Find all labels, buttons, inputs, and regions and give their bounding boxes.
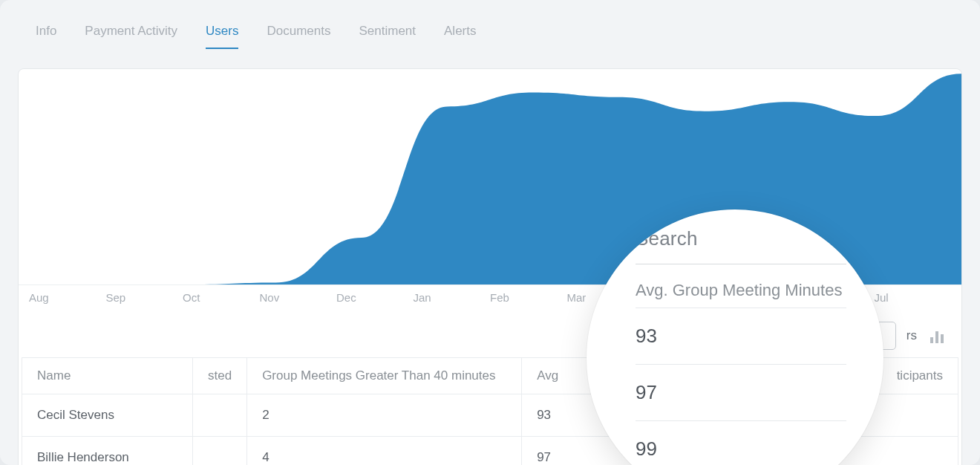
cell-name: Billie Henderson — [22, 437, 193, 466]
tab-bar: InfoPayment ActivityUsersDocumentsSentim… — [0, 0, 980, 49]
lens-value: 97 — [636, 364, 846, 420]
x-tick: Jul — [875, 291, 952, 304]
x-tick: Nov — [260, 291, 337, 304]
x-tick: Aug — [29, 291, 106, 304]
cell-gm40: 2 — [247, 394, 522, 437]
cell-gm40: 4 — [247, 437, 522, 466]
lens-value: 99 — [636, 420, 846, 465]
cell-hosted — [193, 394, 247, 437]
x-tick: Sep — [106, 291, 183, 304]
bar-chart-icon[interactable] — [930, 328, 944, 343]
filter-label-fragment: rs — [906, 328, 920, 343]
lens-search-label[interactable]: Search — [636, 227, 846, 264]
cell-hosted — [193, 437, 247, 466]
x-tick: Feb — [490, 291, 567, 304]
tab-users[interactable]: Users — [206, 24, 238, 49]
app-window: InfoPayment ActivityUsersDocumentsSentim… — [0, 0, 980, 465]
tab-payment-activity[interactable]: Payment Activity — [85, 24, 177, 49]
col-name[interactable]: Name — [22, 358, 193, 394]
x-tick: Oct — [183, 291, 260, 304]
x-tick: Jan — [414, 291, 491, 304]
tab-documents[interactable]: Documents — [267, 24, 330, 49]
tab-alerts[interactable]: Alerts — [444, 24, 476, 49]
x-tick: Dec — [336, 291, 414, 304]
lens-value: 93 — [636, 308, 846, 364]
lens-column-header: Avg. Group Meeting Minutes — [636, 264, 846, 308]
tab-info[interactable]: Info — [36, 24, 56, 49]
tab-sentiment[interactable]: Sentiment — [359, 24, 416, 49]
col-hosted-fragment[interactable]: sted — [193, 358, 247, 394]
cell-name: Cecil Stevens — [22, 394, 193, 437]
col-group-meetings-40[interactable]: Group Meetings Greater Than 40 minutes — [247, 358, 522, 394]
